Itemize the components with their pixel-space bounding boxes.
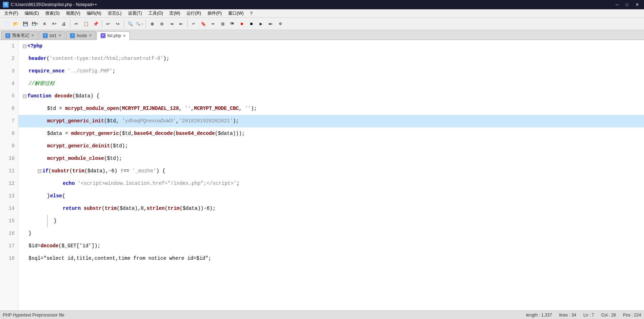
toolbar-outdent[interactable]: ⇤	[177, 19, 186, 29]
line-num-3: 3	[0, 65, 18, 77]
line-num-18: 18	[0, 252, 18, 265]
tab-notepad-close[interactable]: ✕	[31, 33, 34, 38]
maximize-btn[interactable]: □	[624, 2, 630, 7]
tab-notepad[interactable]: T 预备笔记 ✕	[1, 31, 38, 40]
line-num-7: 7	[0, 115, 18, 127]
toolbar-save-all[interactable]: 💾+	[30, 19, 40, 29]
fold-icon-11[interactable]: □	[38, 169, 41, 173]
line-num-13: 13	[0, 190, 18, 202]
code-line-15: }	[19, 215, 644, 227]
toolbar-split[interactable]: ▥	[218, 19, 227, 29]
menu-encode[interactable]: 编码(N)	[84, 10, 104, 17]
toolbar-bookmark[interactable]: 🔖	[199, 19, 208, 29]
toolbar-undo[interactable]: ↩	[103, 19, 113, 29]
toolbar-macro-record[interactable]: ⏺	[237, 19, 246, 29]
menu-edit[interactable]: 编辑(E)	[22, 10, 42, 17]
line-num-9: 9	[0, 140, 18, 152]
code-line-3: require_once '../config.PHP';	[19, 65, 644, 77]
code-line-16: }	[19, 227, 644, 240]
status-length: length : 1,337	[526, 313, 552, 318]
menu-tools[interactable]: 工具(O)	[145, 10, 166, 17]
line-num-5: 5	[0, 90, 18, 102]
fold-icon-5[interactable]: □	[23, 95, 26, 98]
line-num-6: 6	[0, 102, 18, 115]
tab-notepad-icon: T	[5, 33, 10, 38]
menu-bar: 文件(F) 编辑(E) 搜索(S) 视图(V) 编码(N) 语言(L) 设置(T…	[0, 9, 644, 18]
tab-listphp[interactable]: P list.php ✕	[97, 31, 130, 40]
toolbar-paste[interactable]: 📌	[91, 19, 100, 29]
toolbar-copy[interactable]: 📋	[81, 19, 91, 29]
close-btn[interactable]: ✕	[633, 2, 641, 7]
code-line-18: $sql="select id,title,content,time from …	[19, 252, 644, 265]
menu-macro[interactable]: 宏(M)	[167, 10, 183, 17]
code-area[interactable]: □<?php header('content-type:text/html;ch…	[19, 40, 644, 310]
toolbar-zoom-out[interactable]: ⊖	[157, 19, 167, 29]
minimize-btn[interactable]: ─	[613, 2, 621, 7]
menu-run[interactable]: 运行(R)	[184, 10, 204, 17]
toolbar-macro-stop[interactable]: ⏹	[247, 19, 256, 29]
line-numbers: 1 2 3 4 5 6 7 8 9 10 11 12 13 14 15 16 1…	[0, 40, 19, 310]
tab-txt1-icon: T	[43, 33, 48, 38]
tab-txt1[interactable]: T txt1 ✕	[39, 31, 65, 40]
menu-window[interactable]: 窗口(W)	[225, 10, 246, 17]
menu-view[interactable]: 视图(V)	[63, 10, 83, 17]
tab-txt1-close[interactable]: ✕	[58, 33, 61, 38]
toolbar-close-all[interactable]: ✕+	[50, 19, 59, 29]
line-num-14: 14	[0, 202, 18, 215]
line-num-4: 4	[0, 77, 18, 90]
toolbar-redo[interactable]: ↪	[113, 19, 122, 29]
toolbar-wrap[interactable]: ↵	[189, 19, 198, 29]
title-bar: N C:\Users\86135\Desktop\list.php - Note…	[0, 0, 644, 9]
fold-icon-1[interactable]: □	[23, 45, 26, 48]
line-num-12: 12	[0, 177, 18, 190]
toolbar-sep4	[146, 20, 146, 28]
toolbar-zoom-in[interactable]: ⊕	[148, 19, 157, 29]
menu-settings[interactable]: 设置(T)	[125, 10, 145, 17]
toolbar-sep5	[187, 20, 188, 28]
toolbar-cut[interactable]: ✂	[72, 19, 81, 29]
toolbar-macro-play[interactable]: ▶	[256, 19, 266, 29]
code-line-5: □function decode($data) {	[19, 90, 644, 102]
status-filetype: PHP Hypertext Preprocessor file	[3, 313, 65, 318]
tab-notepad-label: 预备笔记	[12, 32, 29, 39]
code-line-12: echo '<script>window.location.href="/ind…	[19, 177, 644, 190]
code-line-11: □if(substr(trim($data),-6) !== '_mozhe')…	[19, 165, 644, 177]
tab-hosts-label: hosts	[77, 33, 87, 38]
toolbar-open[interactable]: 📂	[11, 19, 20, 29]
toolbar-print[interactable]: 🖨	[59, 19, 68, 29]
tab-hosts[interactable]: T hosts ✕	[66, 31, 96, 40]
toolbar-indent[interactable]: ⇥	[167, 19, 176, 29]
code-line-9: mcrypt_generic_deinit($td);	[19, 140, 644, 152]
toolbar-new[interactable]: 📄	[1, 19, 11, 29]
menu-file[interactable]: 文件(F)	[1, 10, 21, 17]
tab-listphp-icon: P	[101, 33, 106, 38]
code-line-8: $data = mdecrypt_generic($td,base64_deco…	[19, 127, 644, 140]
status-ln: Ln : 7	[583, 313, 594, 318]
toolbar-macro-play-multi[interactable]: ⏭	[266, 19, 275, 29]
code-line-10: mcrypt_module_close($td);	[19, 152, 644, 165]
menu-help[interactable]: ?	[247, 10, 255, 17]
code-line-7: mcrypt_generic_init($td, 'ydhaqPQnexoaDu…	[19, 115, 644, 127]
line-num-8: 8	[0, 127, 18, 140]
toolbar: 📄 📂 💾 💾+ ✕ ✕+ 🖨 ✂ 📋 📌 ↩ ↪ 🔍 🔍→ ⊕ ⊖ ⇥ ⇤ ↵…	[0, 18, 644, 30]
window-title: C:\Users\86135\Desktop\list.php - Notepa…	[11, 2, 97, 7]
toolbar-close[interactable]: ✕	[40, 19, 49, 29]
code-line-17: $id=decode($_GET['id']);	[19, 240, 644, 252]
tab-hosts-close[interactable]: ✕	[89, 33, 92, 38]
toolbar-save[interactable]: 💾	[21, 19, 30, 29]
code-line-13: }else{	[19, 190, 644, 202]
toolbar-find[interactable]: 🔍	[126, 19, 135, 29]
toolbar-misc[interactable]: ⚙	[276, 19, 285, 29]
toolbar-replace[interactable]: 🔍→	[135, 19, 144, 29]
menu-search[interactable]: 搜索(S)	[42, 10, 62, 17]
toolbar-sync-scroll[interactable]: ⇔	[208, 19, 218, 29]
toolbar-doc-map[interactable]: 🗺	[228, 19, 237, 29]
status-lines: lines : 34	[559, 313, 576, 318]
menu-plugin[interactable]: 插件(P)	[205, 10, 225, 17]
menu-language[interactable]: 语言(L)	[105, 10, 124, 17]
line-num-10: 10	[0, 152, 18, 165]
editor-container: 1 2 3 4 5 6 7 8 9 10 11 12 13 14 15 16 1…	[0, 40, 644, 310]
toolbar-sep1	[70, 20, 70, 28]
tab-listphp-close[interactable]: ✕	[123, 34, 126, 38]
code-line-4: //解密过程	[19, 77, 644, 90]
